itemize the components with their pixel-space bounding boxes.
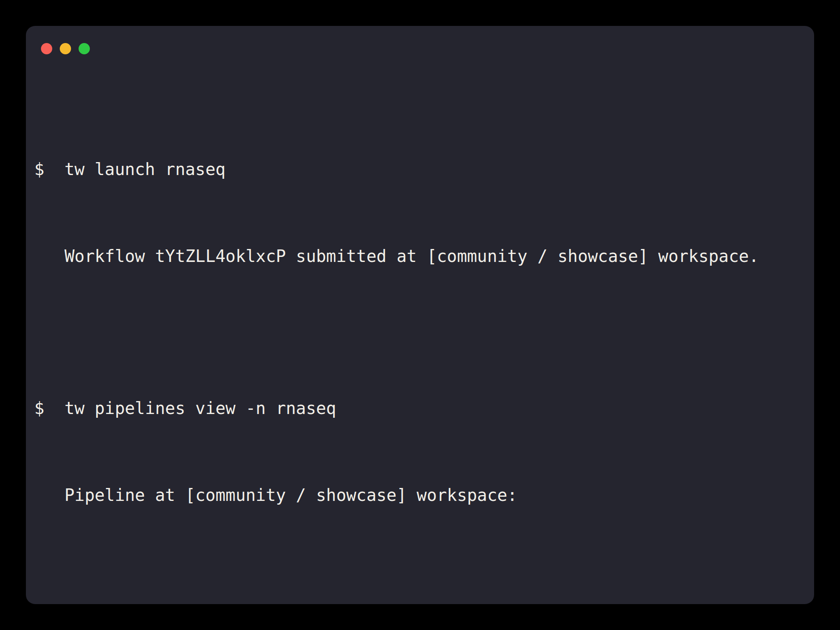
shell-prompt: $	[34, 158, 64, 180]
minimize-button[interactable]	[60, 43, 71, 54]
command-line-pipelines-view: $tw pipelines view -n rnaseq	[34, 397, 797, 419]
terminal-window: $tw launch rnaseq Workflow tYtZLL4oklxcP…	[26, 26, 814, 604]
command-text-pipelines-view: tw pipelines view -n rnaseq	[64, 399, 336, 418]
pipeline-details-table: --------------+-------------------------…	[34, 593, 797, 604]
output-workflow-submitted: Workflow tYtZLL4oklxcP submitted at [com…	[34, 245, 797, 267]
close-button[interactable]	[41, 43, 52, 54]
window-controls	[41, 43, 797, 54]
zoom-button[interactable]	[79, 43, 90, 54]
terminal-body: $tw launch rnaseq Workflow tYtZLL4oklxcP…	[34, 71, 797, 604]
output-pipeline-workspace: Pipeline at [community / showcase] works…	[34, 484, 797, 506]
page-background: $tw launch rnaseq Workflow tYtZLL4oklxcP…	[0, 0, 840, 630]
command-text-launch: tw launch rnaseq	[64, 160, 225, 179]
command-line-launch: $tw launch rnaseq	[34, 158, 797, 180]
shell-prompt: $	[34, 397, 64, 419]
